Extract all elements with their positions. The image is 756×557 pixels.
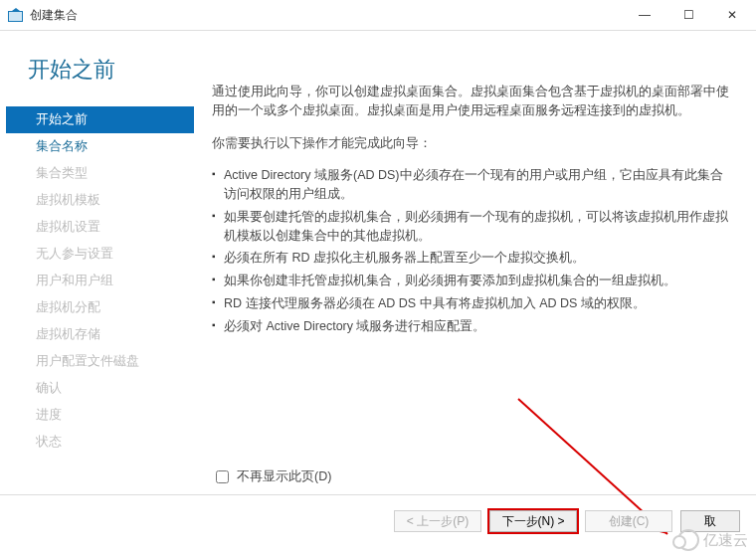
requirement-item: 必须在所有 RD 虚拟化主机服务器上配置至少一个虚拟交换机。 bbox=[212, 249, 734, 268]
step-vm-assignment: 虚拟机分配 bbox=[6, 294, 194, 321]
requirement-item: Active Directory 域服务(AD DS)中必须存在一个现有的用户或… bbox=[212, 166, 734, 204]
step-before-you-begin[interactable]: 开始之前 bbox=[6, 106, 194, 133]
minimize-button[interactable]: — bbox=[623, 1, 666, 29]
previous-button: < 上一步(P) bbox=[394, 510, 481, 532]
step-vm-template: 虚拟机模板 bbox=[6, 187, 194, 214]
page-heading: 开始之前 bbox=[6, 31, 194, 106]
maximize-button[interactable]: ☐ bbox=[666, 1, 710, 29]
title-bar: 创建集合 — ☐ ✕ bbox=[0, 0, 756, 31]
requirement-item: 如果你创建非托管虚拟机集合，则必须拥有要添加到虚拟机集合的一组虚拟机。 bbox=[212, 272, 734, 290]
skip-label: 不再显示此页(D) bbox=[237, 467, 331, 486]
step-vm-storage: 虚拟机存储 bbox=[6, 321, 194, 348]
footer: < 上一步(P) 下一步(N) > 创建(C) 取 bbox=[0, 495, 756, 557]
step-status: 状态 bbox=[6, 429, 194, 456]
skip-checkbox[interactable] bbox=[216, 470, 229, 483]
create-button: 创建(C) bbox=[585, 510, 672, 532]
step-collection-name[interactable]: 集合名称 bbox=[6, 133, 194, 160]
step-user-profile-disk: 用户配置文件磁盘 bbox=[6, 348, 194, 375]
step-collection-type: 集合类型 bbox=[6, 160, 194, 187]
requirement-item: RD 连接代理服务器必须在 AD DS 中具有将虚拟机加入 AD DS 域的权限… bbox=[212, 294, 734, 313]
skip-row: 不再显示此页(D) bbox=[212, 467, 331, 486]
step-vm-settings: 虚拟机设置 bbox=[6, 214, 194, 241]
step-unattended: 无人参与设置 bbox=[6, 241, 194, 268]
sidebar: 开始之前 开始之前 集合名称 集合类型 虚拟机模板 虚拟机设置 无人参与设置 用… bbox=[0, 31, 194, 494]
wizard-body: 开始之前 开始之前 集合名称 集合类型 虚拟机模板 虚拟机设置 无人参与设置 用… bbox=[0, 31, 756, 495]
content-pane: 通过使用此向导，你可以创建虚拟桌面集合。虚拟桌面集合包含基于虚拟机的桌面部署中使… bbox=[194, 31, 756, 494]
cancel-button[interactable]: 取 bbox=[680, 510, 740, 532]
need-text: 你需要执行以下操作才能完成此向导： bbox=[212, 134, 734, 153]
next-button[interactable]: 下一步(N) > bbox=[489, 510, 577, 532]
close-button[interactable]: ✕ bbox=[710, 1, 754, 29]
window-title: 创建集合 bbox=[30, 7, 623, 24]
step-confirm: 确认 bbox=[6, 375, 194, 402]
step-progress: 进度 bbox=[6, 402, 194, 429]
requirements-list: Active Directory 域服务(AD DS)中必须存在一个现有的用户或… bbox=[212, 166, 734, 335]
intro-text: 通过使用此向导，你可以创建虚拟桌面集合。虚拟桌面集合包含基于虚拟机的桌面部署中使… bbox=[212, 83, 734, 120]
step-users-groups: 用户和用户组 bbox=[6, 268, 194, 294]
app-icon bbox=[8, 8, 24, 22]
window-controls: — ☐ ✕ bbox=[623, 1, 754, 29]
step-list: 开始之前 集合名称 集合类型 虚拟机模板 虚拟机设置 无人参与设置 用户和用户组… bbox=[6, 106, 194, 456]
requirement-item: 如果要创建托管的虚拟机集合，则必须拥有一个现有的虚拟机，可以将该虚拟机用作虚拟机… bbox=[212, 208, 734, 246]
requirement-item: 必须对 Active Directory 域服务进行相应配置。 bbox=[212, 317, 734, 336]
